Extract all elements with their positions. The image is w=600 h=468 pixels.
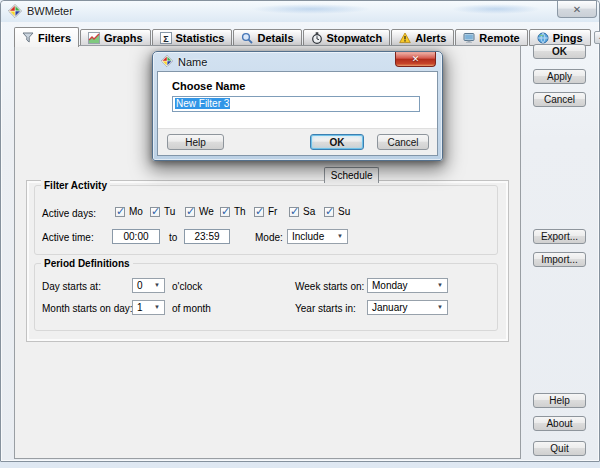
month-starts-label: Month starts on day: (42, 303, 133, 314)
glass-reflection (251, 4, 371, 14)
active-time-label: Active time: (42, 232, 94, 243)
warning-icon (399, 32, 411, 44)
to-label: to (169, 232, 177, 243)
tab-details[interactable]: Details (233, 29, 301, 46)
dialog-close-button[interactable]: ✕ (395, 52, 436, 67)
desktop: BWMeter ✕ Filters Graphs Σ Statistics De… (0, 0, 600, 468)
day-checkbox-we[interactable]: We (185, 206, 214, 217)
globe-icon (537, 32, 549, 44)
apply-button[interactable]: Apply (533, 69, 586, 84)
filter-name-input[interactable]: New Filter 3 (172, 96, 420, 112)
ok-button[interactable]: OK (533, 44, 586, 59)
checkbox-checked-icon (185, 207, 195, 217)
help-button[interactable]: Help (533, 393, 586, 408)
tab-stopwatch[interactable]: Stopwatch (303, 29, 391, 46)
bwmeter-app-icon (161, 55, 173, 67)
period-definitions-label: Period Definitions (41, 258, 133, 269)
window-close-button[interactable]: ✕ (557, 1, 597, 18)
close-icon: ✕ (412, 54, 420, 64)
day-checkbox-mo[interactable]: Mo (115, 206, 143, 217)
of-month-label: of month (172, 303, 211, 314)
stopwatch-icon (311, 32, 323, 44)
dialog-ok-button[interactable]: OK (310, 134, 364, 150)
glass-reflection (451, 4, 541, 14)
magnifier-icon (241, 32, 253, 44)
day-checkbox-th[interactable]: Th (220, 206, 246, 217)
tab-alerts[interactable]: Alerts (391, 29, 454, 46)
subtab-schedule[interactable]: Schedule (324, 167, 380, 183)
day-starts-label: Day starts at: (42, 281, 101, 292)
tab-statistics[interactable]: Σ Statistics (152, 29, 233, 46)
chevron-down-icon: ▼ (151, 279, 163, 292)
week-starts-dropdown[interactable]: Monday ▼ (367, 278, 448, 293)
checkbox-checked-icon (289, 207, 299, 217)
tab-graphs[interactable]: Graphs (80, 29, 151, 46)
checkbox-checked-icon (254, 207, 264, 217)
about-button[interactable]: About (533, 416, 586, 431)
window-title: BWMeter (27, 5, 73, 17)
day-starts-dropdown[interactable]: 0 ▼ (132, 278, 165, 293)
tab-filters[interactable]: Filters (14, 27, 79, 47)
name-dialog: Name ✕ Choose Name New Filter 3 Help OK … (152, 51, 443, 161)
tab-remote[interactable]: Remote (455, 29, 527, 46)
period-definitions-group: Period Definitions Day starts at: 0 ▼ o'… (34, 263, 498, 331)
bwmeter-app-icon (8, 4, 22, 18)
filter-activity-label: Filter Activity (41, 180, 110, 191)
import-button[interactable]: Import... (533, 252, 586, 267)
cancel-button[interactable]: Cancel (533, 92, 586, 107)
title-bar[interactable]: BWMeter (1, 1, 599, 22)
monitor-icon (463, 32, 475, 44)
tab-scroll-left-button[interactable]: ◄ (594, 31, 600, 44)
close-icon: ✕ (573, 4, 581, 15)
day-checkbox-fr[interactable]: Fr (254, 206, 277, 217)
time-to-input[interactable]: 23:59 (184, 229, 230, 244)
day-checkbox-sa[interactable]: Sa (289, 206, 315, 217)
month-starts-dropdown[interactable]: 1 ▼ (132, 300, 165, 315)
dialog-footer: Help OK Cancel (158, 128, 437, 155)
dialog-help-button[interactable]: Help (167, 134, 224, 150)
chevron-down-icon: ▼ (334, 230, 346, 243)
oclock-label: o'clock (172, 281, 202, 292)
choose-name-heading: Choose Name (172, 80, 245, 92)
filter-activity-group: Filter Activity Active days: Mo Tu We Th… (34, 185, 498, 255)
year-starts-dropdown[interactable]: January ▼ (367, 300, 448, 315)
day-checkbox-su[interactable]: Su (324, 206, 350, 217)
year-starts-label: Year starts in: (295, 303, 356, 314)
funnel-icon (22, 32, 34, 44)
mode-label: Mode: (255, 232, 283, 243)
mode-dropdown[interactable]: Include ▼ (287, 229, 348, 244)
chevron-down-icon: ▼ (151, 301, 163, 314)
checkbox-checked-icon (150, 207, 160, 217)
export-button[interactable]: Export... (533, 229, 586, 244)
checkbox-checked-icon (115, 207, 125, 217)
chevron-down-icon: ▼ (434, 301, 446, 314)
dialog-title: Name (178, 56, 207, 68)
selected-text: New Filter 3 (175, 98, 230, 109)
quit-button[interactable]: Quit (533, 441, 586, 456)
time-from-input[interactable]: 00:00 (112, 229, 160, 244)
active-days-label: Active days: (42, 208, 96, 219)
dialog-cancel-button[interactable]: Cancel (377, 134, 429, 150)
main-tab-strip: Filters Graphs Σ Statistics Details Stop… (14, 26, 600, 46)
day-checkbox-tu[interactable]: Tu (150, 206, 175, 217)
checkbox-checked-icon (324, 207, 334, 217)
svg-text:Σ: Σ (163, 33, 169, 43)
checkbox-checked-icon (220, 207, 230, 217)
sigma-icon: Σ (160, 32, 172, 44)
area-chart-icon (88, 32, 100, 44)
week-starts-label: Week starts on: (295, 281, 364, 292)
chevron-down-icon: ▼ (434, 279, 446, 292)
dialog-content: Choose Name New Filter 3 Help OK Cancel (157, 71, 438, 156)
